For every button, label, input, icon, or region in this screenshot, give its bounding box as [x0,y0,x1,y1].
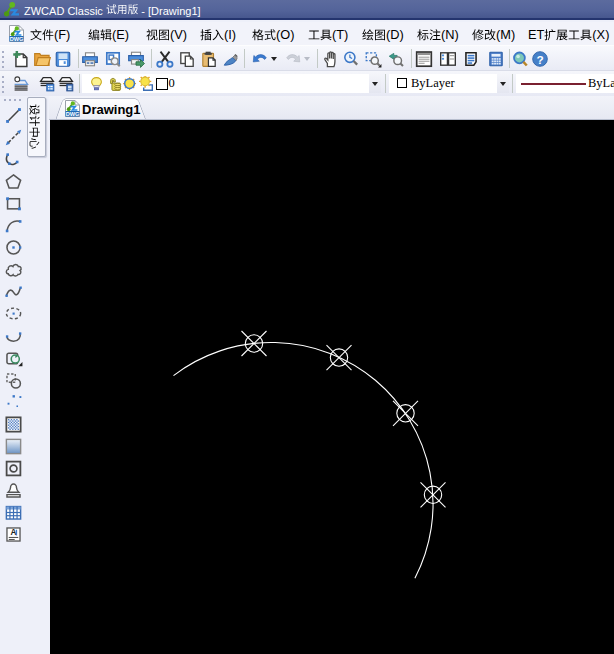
svg-text:A: A [10,527,16,537]
svg-text:?: ? [536,52,543,66]
svg-text:DWG: DWG [66,111,80,117]
svg-text:DWG: DWG [10,36,24,42]
